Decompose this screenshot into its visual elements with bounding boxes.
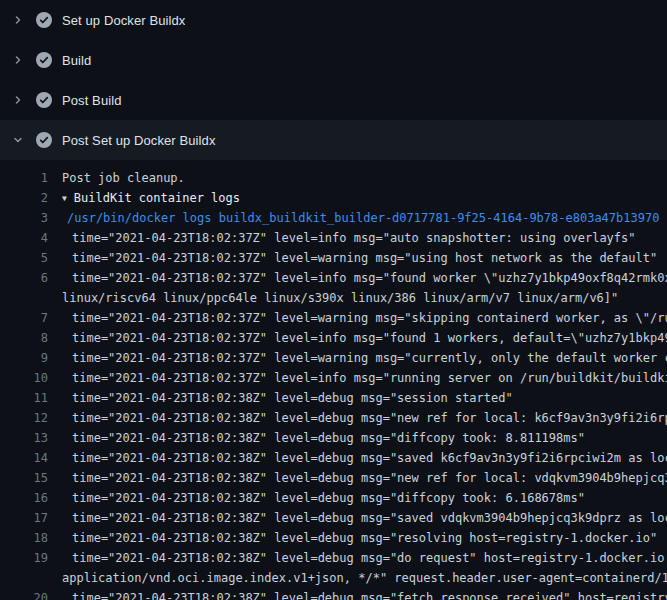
- check-circle-icon: [36, 92, 52, 108]
- log-text: time="2021-04-23T18:02:38Z" level=debug …: [62, 548, 667, 568]
- line-number[interactable]: 19: [0, 548, 48, 568]
- step-header-set-up-docker-buildx[interactable]: Set up Docker Buildx: [0, 0, 667, 40]
- log-text: time="2021-04-23T18:02:38Z" level=debug …: [62, 488, 585, 508]
- log-line: 20time="2021-04-23T18:02:38Z" level=debu…: [0, 588, 667, 600]
- log-lines: 1Post job cleanup.2▼BuildKit container l…: [0, 160, 667, 600]
- triangle-down-icon: ▼: [62, 189, 67, 209]
- log-text: time="2021-04-23T18:02:37Z" level=info m…: [62, 228, 636, 248]
- chevron-right-icon: [12, 94, 24, 106]
- log-text: time="2021-04-23T18:02:38Z" level=debug …: [62, 388, 513, 408]
- log-line: 19time="2021-04-23T18:02:38Z" level=debu…: [0, 548, 667, 568]
- line-number[interactable]: 14: [0, 448, 48, 468]
- log-line: 15time="2021-04-23T18:02:38Z" level=debu…: [0, 468, 667, 488]
- line-number[interactable]: 6: [0, 268, 48, 288]
- step-header-post-set-up-docker-buildx[interactable]: Post Set up Docker Buildx: [0, 120, 667, 160]
- chevron-right-icon: [12, 14, 24, 26]
- actions-log-viewer: Set up Docker BuildxBuildPost BuildPost …: [0, 0, 667, 600]
- log-text: Post job cleanup.: [62, 168, 185, 188]
- log-line: 9time="2021-04-23T18:02:37Z" level=warni…: [0, 348, 667, 368]
- log-text: time="2021-04-23T18:02:38Z" level=debug …: [62, 408, 667, 428]
- log-group-title: BuildKit container logs: [74, 191, 240, 205]
- line-number[interactable]: 16: [0, 488, 48, 508]
- line-number[interactable]: 2: [0, 188, 48, 208]
- log-line: 8time="2021-04-23T18:02:37Z" level=info …: [0, 328, 667, 348]
- step-header-build[interactable]: Build: [0, 40, 667, 80]
- log-text: linux/riscv64 linux/ppc64le linux/s390x …: [62, 288, 618, 308]
- chevron-down-icon: [12, 134, 24, 146]
- log-line: 17time="2021-04-23T18:02:38Z" level=debu…: [0, 508, 667, 528]
- step-header-post-build[interactable]: Post Build: [0, 80, 667, 120]
- log-line: linux/riscv64 linux/ppc64le linux/s390x …: [0, 288, 667, 308]
- line-number[interactable]: 17: [0, 508, 48, 528]
- log-text: time="2021-04-23T18:02:38Z" level=debug …: [62, 588, 667, 600]
- log-line: application/vnd.oci.image.index.v1+json,…: [0, 568, 667, 588]
- line-number[interactable]: 1: [0, 168, 48, 188]
- log-text: time="2021-04-23T18:02:37Z" level=info m…: [62, 328, 667, 348]
- line-number[interactable]: 12: [0, 408, 48, 428]
- step-title: Post Build: [62, 93, 122, 108]
- log-text: time="2021-04-23T18:02:37Z" level=info m…: [62, 268, 667, 288]
- line-number[interactable]: 8: [0, 328, 48, 348]
- line-number: [0, 568, 48, 588]
- log-line: 12time="2021-04-23T18:02:38Z" level=debu…: [0, 408, 667, 428]
- log-text: time="2021-04-23T18:02:38Z" level=debug …: [62, 528, 657, 548]
- line-number[interactable]: 15: [0, 468, 48, 488]
- log-line: 1Post job cleanup.: [0, 168, 667, 188]
- steps-list: Set up Docker BuildxBuildPost BuildPost …: [0, 0, 667, 160]
- log-line: 13time="2021-04-23T18:02:38Z" level=debu…: [0, 428, 667, 448]
- line-number: [0, 288, 48, 308]
- step-title: Set up Docker Buildx: [62, 13, 185, 28]
- log-line: 7time="2021-04-23T18:02:37Z" level=warni…: [0, 308, 667, 328]
- log-text: time="2021-04-23T18:02:38Z" level=debug …: [62, 448, 667, 468]
- log-line: 10time="2021-04-23T18:02:37Z" level=info…: [0, 368, 667, 388]
- log-line: 16time="2021-04-23T18:02:38Z" level=debu…: [0, 488, 667, 508]
- check-circle-icon: [36, 52, 52, 68]
- line-number[interactable]: 20: [0, 588, 48, 600]
- log-text: time="2021-04-23T18:02:37Z" level=info m…: [62, 368, 667, 388]
- step-title: Build: [62, 53, 91, 68]
- log-line: 11time="2021-04-23T18:02:38Z" level=debu…: [0, 388, 667, 408]
- log-text: time="2021-04-23T18:02:37Z" level=warnin…: [62, 248, 657, 268]
- log-text: time="2021-04-23T18:02:38Z" level=debug …: [62, 508, 667, 528]
- log-line: 4time="2021-04-23T18:02:37Z" level=info …: [0, 228, 667, 248]
- line-number[interactable]: 13: [0, 428, 48, 448]
- check-circle-icon: [36, 12, 52, 28]
- log-command-text: /usr/bin/docker logs buildx_buildkit_bui…: [62, 208, 659, 228]
- line-number[interactable]: 10: [0, 368, 48, 388]
- log-line: 5time="2021-04-23T18:02:37Z" level=warni…: [0, 248, 667, 268]
- log-text: application/vnd.oci.image.index.v1+json,…: [62, 568, 667, 588]
- line-number[interactable]: 5: [0, 248, 48, 268]
- check-circle-icon: [36, 132, 52, 148]
- line-number[interactable]: 11: [0, 388, 48, 408]
- log-group-toggle[interactable]: ▼BuildKit container logs: [62, 188, 240, 208]
- chevron-right-icon: [12, 54, 24, 66]
- line-number[interactable]: 7: [0, 308, 48, 328]
- log-line: 3/usr/bin/docker logs buildx_buildkit_bu…: [0, 208, 667, 228]
- log-text: time="2021-04-23T18:02:38Z" level=debug …: [62, 428, 585, 448]
- line-number[interactable]: 18: [0, 528, 48, 548]
- step-title: Post Set up Docker Buildx: [62, 133, 216, 148]
- log-line: 18time="2021-04-23T18:02:38Z" level=debu…: [0, 528, 667, 548]
- log-text: time="2021-04-23T18:02:37Z" level=warnin…: [62, 348, 667, 368]
- log-line: 6time="2021-04-23T18:02:37Z" level=info …: [0, 268, 667, 288]
- log-text: time="2021-04-23T18:02:37Z" level=warnin…: [62, 308, 667, 328]
- line-number[interactable]: 4: [0, 228, 48, 248]
- log-line: 2▼BuildKit container logs: [0, 188, 667, 208]
- log-line: 14time="2021-04-23T18:02:38Z" level=debu…: [0, 448, 667, 468]
- line-number[interactable]: 9: [0, 348, 48, 368]
- line-number[interactable]: 3: [0, 208, 48, 228]
- log-text: time="2021-04-23T18:02:38Z" level=debug …: [62, 468, 667, 488]
